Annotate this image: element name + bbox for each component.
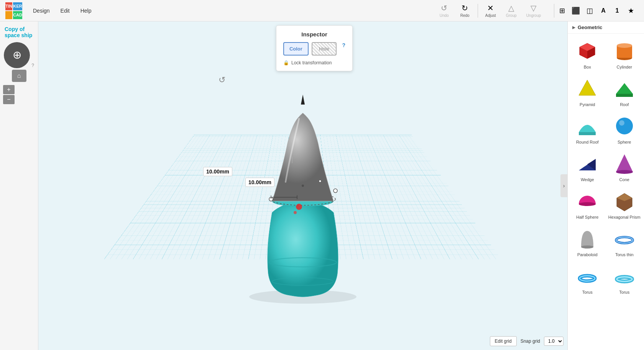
project-title: Copy of space ship bbox=[3, 25, 35, 39]
adjust-button[interactable]: ✕ Adjust bbox=[481, 2, 500, 19]
group-label: Group bbox=[506, 13, 517, 18]
menu-design[interactable]: Design bbox=[28, 5, 55, 16]
wire-view-icon[interactable]: ◫ bbox=[583, 5, 596, 17]
half-sphere-label: Half Sphere bbox=[576, 215, 598, 219]
hole-button[interactable]: Hole bbox=[312, 42, 337, 56]
grid-view-icon[interactable]: ⊞ bbox=[556, 5, 568, 17]
ungroup-button[interactable]: ▽ Ungroup bbox=[522, 2, 545, 19]
right-panel: Geometric BoxCylinderPyramidRoofRound Ro… bbox=[567, 21, 644, 350]
group-button[interactable]: △ Group bbox=[502, 2, 521, 19]
wedge-icon bbox=[575, 151, 600, 176]
adjust-label: Adjust bbox=[485, 13, 496, 18]
undo-button[interactable]: ↺ Undo bbox=[435, 2, 454, 19]
logo[interactable]: TIN KER CAD bbox=[4, 1, 24, 21]
svg-marker-22 bbox=[579, 80, 596, 95]
nav-help[interactable]: ? bbox=[31, 63, 34, 68]
svg-point-21 bbox=[617, 43, 632, 48]
text-icon[interactable]: A bbox=[597, 5, 610, 17]
dimension-height-label: 10.00mm bbox=[245, 178, 274, 187]
cylinder-label: Cylinder bbox=[617, 65, 632, 69]
dimension-width-label: 10.00mm bbox=[203, 167, 232, 176]
ungroup-icon: ▽ bbox=[531, 3, 536, 13]
rotate-handle-side[interactable]: | bbox=[291, 155, 293, 164]
zoom-in-button[interactable]: + bbox=[3, 85, 15, 94]
shape-item-sphere[interactable]: Sphere bbox=[606, 110, 643, 147]
shape-item-wedge[interactable]: Wedge bbox=[569, 148, 606, 185]
geometric-section-title: Geometric bbox=[578, 25, 602, 30]
group-icon: △ bbox=[508, 3, 514, 13]
left-panel: Copy of space ship ⊕ ? ⌂ + − bbox=[0, 21, 38, 350]
logo-ker: KER bbox=[13, 2, 22, 10]
shape-item-cylinder[interactable]: Cylinder bbox=[606, 35, 643, 72]
nav-orbit[interactable]: ⊕ bbox=[4, 42, 30, 68]
nav-home-button[interactable]: ⌂ bbox=[12, 70, 26, 82]
sphere-icon bbox=[612, 114, 637, 138]
svg-point-14 bbox=[302, 185, 304, 187]
inspector-help[interactable]: ? bbox=[342, 42, 345, 56]
redo-button[interactable]: ↻ Redo bbox=[455, 2, 475, 19]
wedge-label: Wedge bbox=[581, 177, 594, 182]
snap-grid-select[interactable]: 1.0 bbox=[544, 337, 564, 346]
toolbar-divider-1 bbox=[478, 4, 478, 18]
hexagonal-prism-icon bbox=[612, 189, 637, 213]
svg-rect-26 bbox=[579, 132, 596, 135]
viewport[interactable]: 10.00mm 10.00mm ↺ | Inspector Color Hole… bbox=[38, 21, 567, 350]
nav-controls: ⊕ ? ⌂ bbox=[3, 42, 35, 82]
shape-item-box[interactable]: Box bbox=[569, 35, 606, 72]
redo-label: Redo bbox=[460, 13, 470, 18]
toolbar-divider-2 bbox=[554, 4, 554, 18]
shape-item-hexagonal-prism[interactable]: Hexagonal Prism bbox=[606, 185, 643, 222]
shape-item-cone[interactable]: Cone bbox=[606, 148, 643, 185]
view-icons: ⊞ ⬛ ◫ A 1 ★ bbox=[556, 5, 637, 17]
torus2-label: Torus bbox=[619, 290, 629, 294]
cone-icon bbox=[612, 151, 637, 176]
shape-item-roof[interactable]: Roof bbox=[606, 73, 643, 110]
inspector-buttons: Color Hole ? bbox=[283, 42, 345, 56]
sphere-label: Sphere bbox=[618, 140, 631, 144]
snap-grid-label: Snap grid bbox=[521, 339, 540, 344]
shape-item-paraboloid[interactable]: Paraboloid bbox=[569, 223, 606, 260]
orbit-arrows-icon: ⊕ bbox=[13, 50, 21, 61]
shape-item-torus2[interactable]: Torus bbox=[606, 260, 643, 297]
round-roof-icon bbox=[575, 114, 600, 138]
scene-content: 10.00mm 10.00mm ↺ | Inspector Color Hole… bbox=[38, 21, 567, 350]
logo-tin: TIN bbox=[5, 2, 12, 10]
collapse-panel-button[interactable]: › bbox=[560, 174, 567, 197]
edit-grid-button[interactable]: Edit grid bbox=[490, 336, 517, 346]
shape-item-torus[interactable]: Torus bbox=[569, 260, 606, 297]
number-icon[interactable]: 1 bbox=[611, 5, 623, 17]
shape-item-torus-thin[interactable]: Torus thin bbox=[606, 223, 643, 260]
zoom-out-button[interactable]: − bbox=[3, 95, 15, 104]
box-label: Box bbox=[584, 65, 591, 69]
undo-icon: ↺ bbox=[441, 3, 447, 13]
redo-icon: ↻ bbox=[462, 3, 468, 13]
inspector-title: Inspector bbox=[283, 31, 345, 38]
paraboloid-label: Paraboloid bbox=[577, 252, 598, 257]
shape-item-pyramid[interactable]: Pyramid bbox=[569, 73, 606, 110]
menu-help[interactable]: Help bbox=[75, 5, 97, 16]
svg-marker-31 bbox=[616, 154, 633, 172]
shape-item-round-roof[interactable]: Round Roof bbox=[569, 110, 606, 147]
rotate-handle-top[interactable]: ↺ bbox=[219, 75, 225, 85]
color-button[interactable]: Color bbox=[283, 42, 309, 56]
shape-item-half-sphere[interactable]: Half Sphere bbox=[569, 185, 606, 222]
hexagonal-prism-label: Hexagonal Prism bbox=[608, 215, 641, 219]
svg-point-32 bbox=[616, 170, 633, 174]
svg-point-12 bbox=[296, 204, 302, 210]
torus-label: Torus bbox=[582, 290, 593, 294]
solid-view-icon[interactable]: ⬛ bbox=[570, 5, 582, 17]
pyramid-label: Pyramid bbox=[580, 102, 595, 107]
round-roof-label: Round Roof bbox=[576, 140, 599, 144]
inspector-panel: Inspector Color Hole ? 🔒 Lock transforma… bbox=[276, 25, 353, 71]
adjust-icon: ✕ bbox=[487, 3, 494, 13]
star-icon[interactable]: ★ bbox=[625, 5, 637, 17]
roof-icon bbox=[612, 76, 637, 101]
svg-point-28 bbox=[619, 120, 624, 126]
main-area: Copy of space ship ⊕ ? ⌂ + − bbox=[0, 21, 644, 350]
lock-icon: 🔒 bbox=[283, 60, 289, 65]
undo-label: Undo bbox=[440, 13, 449, 18]
menu-edit[interactable]: Edit bbox=[55, 5, 75, 16]
pyramid-icon bbox=[575, 76, 600, 101]
torus-thin-label: Torus thin bbox=[615, 252, 634, 257]
rocket-model[interactable] bbox=[222, 75, 383, 306]
